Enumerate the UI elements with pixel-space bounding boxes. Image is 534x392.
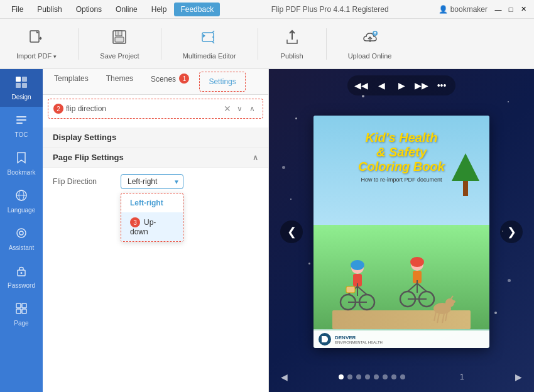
svg-rect-24 [22,309,26,313]
search-input[interactable] [66,104,221,113]
import-pdf-button[interactable]: Import PDF ▾ [10,24,63,63]
sidebar: Design TOC Bookmark [0,69,43,392]
page-icon [14,302,28,317]
sidebar-item-assistant[interactable]: Assistant [0,220,43,258]
svg-rect-11 [16,116,26,117]
display-settings-header[interactable]: Display Settings [43,128,268,148]
denver-text: DENVER ENVIRONMENTAL HEALTH [335,335,383,344]
book-footer: DENVER ENVIRONMENTAL HEALTH [313,330,489,348]
next-button[interactable]: ▶ [393,78,410,93]
menu-help[interactable]: Help [145,3,173,16]
more-button[interactable]: ••• [433,78,450,93]
preview-area: ◀◀ ◀ ▶ ▶▶ ••• ❮ Kid's Health & Safety [269,69,534,392]
book: Kid's Health & Safety Coloring Book How … [313,116,489,348]
dot-4[interactable] [365,374,370,379]
page-flip-settings-header[interactable]: Page Flip Settings ∧ [43,148,268,168]
book-subtitle: How to re-import PDF document [358,177,445,183]
svg-rect-8 [22,77,27,82]
toolbar-divider-3 [258,28,258,60]
maximize-button[interactable]: □ [505,4,516,15]
upload-icon [361,28,379,50]
svg-point-43 [410,257,424,267]
publish-button[interactable]: Publish [273,24,311,63]
flip-direction-select[interactable]: Left-right ▼ [121,174,183,189]
menu-feedback[interactable]: Feedback [174,3,220,16]
dot-8[interactable] [400,374,405,379]
sidebar-item-design[interactable]: Design [0,69,43,107]
page-label: Page [14,320,28,327]
tab-scenes[interactable]: Scenes 1 [142,69,198,94]
svg-point-20 [21,272,23,274]
svg-point-18 [19,231,23,235]
page-flip-title: Page Flip Settings [53,153,124,162]
design-label: Design [11,94,31,101]
main-content: Design TOC Bookmark [0,69,534,392]
sidebar-item-toc[interactable]: TOC [0,107,43,144]
preview-controls: ◀◀ ◀ ▶ ▶▶ ••• [347,75,455,95]
dot-2[interactable] [347,374,352,379]
svg-point-46 [452,300,455,303]
password-label: Password [8,282,35,289]
skip-back-button[interactable]: ◀◀ [352,78,370,93]
option-up-down-row: 3Up-down [121,212,183,241]
book-title-3: Coloring Book [358,160,445,174]
toolbar-divider-2 [161,28,161,60]
book-container: ❮ Kid's Health & Safety Coloring Book Ho… [275,95,528,368]
svg-rect-21 [16,303,21,308]
window-controls: — □ ✕ [493,4,529,15]
svg-rect-13 [16,122,23,124]
minimize-button[interactable]: — [493,4,504,15]
save-project-button[interactable]: Save Project [94,24,145,63]
tab-templates[interactable]: Templates [45,69,97,94]
last-page-button[interactable]: ▶ [510,368,528,386]
svg-rect-7 [16,77,21,82]
book-nav-left[interactable]: ❮ [280,220,303,243]
svg-line-47 [434,312,436,321]
sidebar-item-page[interactable]: Page [0,295,43,333]
menu-file[interactable]: File [5,3,30,16]
svg-rect-3 [115,37,124,42]
upload-online-button[interactable]: Upload Online [342,24,398,63]
book-nav-right[interactable]: ❯ [500,220,523,243]
toc-icon [14,113,28,129]
skip-forward-button[interactable]: ▶▶ [413,78,430,93]
multimedia-icon [200,28,218,50]
page-number: 1 [452,373,464,381]
tab-settings[interactable]: Settings [199,72,245,92]
option-left-right[interactable]: Left-right [121,193,183,212]
multimedia-editor-button[interactable]: Multimedia Editor [177,24,242,63]
book-illustration [320,249,458,330]
dot-7[interactable] [391,374,396,379]
svg-rect-4 [117,31,119,35]
svg-point-17 [17,229,26,237]
display-settings-title: Display Settings [53,133,116,142]
search-prev[interactable]: ∨ [234,103,245,114]
save-project-label: Save Project [100,52,139,60]
close-button[interactable]: ✕ [518,4,529,15]
menu-online[interactable]: Online [109,3,144,16]
toolbar: Import PDF ▾ Save Project Multimedia Edi… [0,19,534,69]
svg-line-40 [408,283,417,291]
select-box-value[interactable]: Left-right [121,174,183,189]
svg-rect-34 [346,286,355,293]
sidebar-item-language[interactable]: Language [0,182,43,220]
svg-rect-12 [16,119,26,121]
search-clear-button[interactable]: ✕ [224,104,231,114]
sidebar-item-password[interactable]: Password [0,258,43,295]
language-icon [14,188,28,204]
dot-3[interactable] [356,374,361,379]
flip-direction-label: Flip Direction [53,177,116,186]
tab-themes[interactable]: Themes [97,69,142,94]
first-page-button[interactable]: ◀ [275,368,293,386]
sidebar-item-bookmark[interactable]: Bookmark [0,144,43,182]
book-title-2: & Safety [358,145,445,160]
dot-5[interactable] [374,374,379,379]
dot-1[interactable] [339,374,344,379]
menu-publish[interactable]: Publish [31,3,68,16]
user-name: bookmaker [450,5,488,14]
search-next[interactable]: ∧ [246,103,258,114]
menu-options[interactable]: Options [70,3,108,16]
dot-6[interactable] [383,374,388,379]
prev-button[interactable]: ◀ [373,78,390,93]
search-nav: ∨ ∧ [234,103,258,114]
